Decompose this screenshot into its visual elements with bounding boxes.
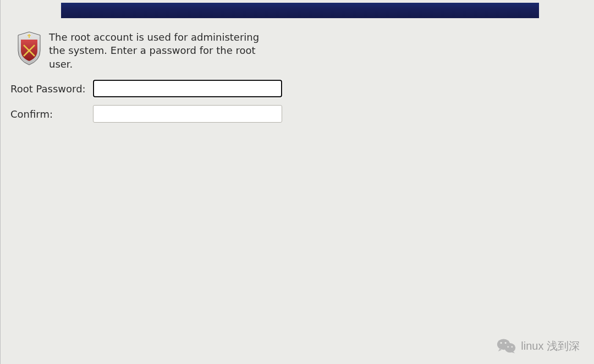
svg-point-5 <box>505 343 516 352</box>
description-text: The root account is used for administeri… <box>49 31 269 71</box>
svg-point-7 <box>505 342 507 344</box>
shield-password-icon <box>16 31 42 66</box>
watermark-text: linux 浅到深 <box>521 339 580 354</box>
root-password-row: Root Password: <box>10 80 282 97</box>
root-password-input[interactable] <box>93 80 282 97</box>
confirm-password-input[interactable] <box>93 105 282 123</box>
wechat-icon <box>497 338 516 354</box>
confirm-password-label: Confirm: <box>10 108 93 120</box>
svg-point-6 <box>501 342 502 344</box>
confirm-password-row: Confirm: <box>10 105 282 123</box>
watermark: linux 浅到深 <box>497 338 580 354</box>
svg-point-8 <box>508 346 509 348</box>
root-password-form: Root Password: Confirm: <box>10 80 282 130</box>
description-row: The root account is used for administeri… <box>16 31 269 71</box>
root-password-label: Root Password: <box>10 83 93 95</box>
header-banner <box>61 3 539 18</box>
svg-point-9 <box>512 346 513 348</box>
